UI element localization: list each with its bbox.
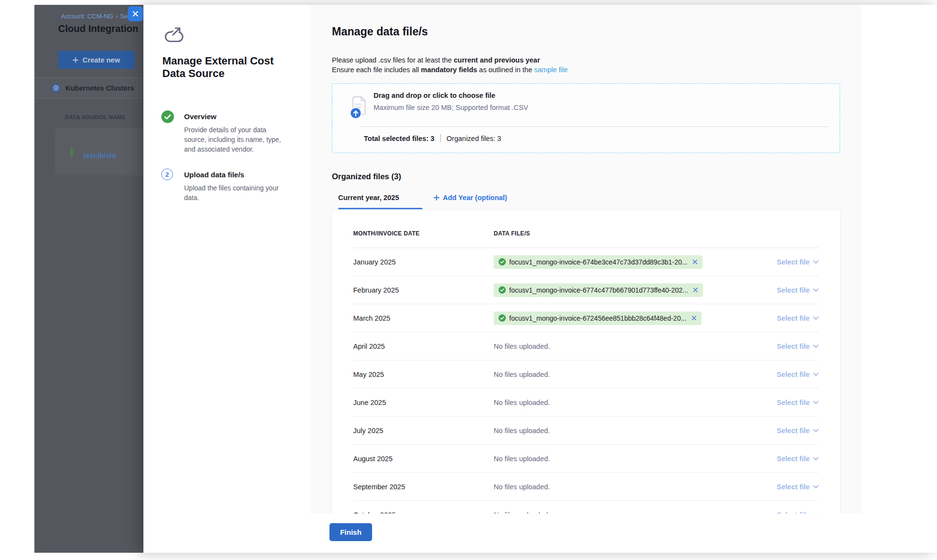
upload-instructions: Please upload .csv files for at least th… bbox=[332, 55, 568, 75]
select-file-label: Select file bbox=[777, 314, 810, 322]
select-file-dropdown[interactable]: Select file bbox=[777, 455, 819, 463]
remove-file-button[interactable] bbox=[691, 315, 697, 321]
select-file-dropdown[interactable]: Select file bbox=[777, 427, 819, 435]
file-check-icon bbox=[499, 258, 506, 265]
column-header-data-source-name: DATA SOURCE NAME bbox=[65, 114, 126, 120]
select-file-label: Select file bbox=[777, 399, 810, 406]
step-number-badge: 2 bbox=[161, 169, 173, 180]
create-new-button[interactable]: Create new bbox=[58, 51, 135, 69]
chevron-down-icon bbox=[813, 373, 819, 376]
step-upload-label: Upload data file/s bbox=[184, 171, 244, 179]
remove-file-x-icon bbox=[693, 287, 698, 293]
chevron-down-icon bbox=[813, 485, 819, 489]
tab-current-year[interactable]: Current year, 2025 bbox=[338, 194, 399, 202]
active-tab-underline bbox=[338, 208, 422, 209]
close-button[interactable] bbox=[128, 6, 143, 21]
select-file-label: Select file bbox=[777, 483, 810, 491]
table-row: March 2025 focusv1_mongo-invoice-672456e… bbox=[353, 304, 819, 332]
empty-text: No files uploaded. bbox=[494, 371, 550, 378]
chevron-down-icon bbox=[813, 288, 819, 292]
remove-file-x-icon bbox=[692, 259, 698, 264]
month-label: May 2025 bbox=[353, 371, 494, 378]
monthly-files-card: MONTH/INVOICE DATE DATA FILE/S January 2… bbox=[332, 210, 840, 513]
sample-file-link[interactable]: sample file bbox=[534, 66, 568, 74]
select-file-label: Select file bbox=[777, 342, 810, 350]
column-header-data-files: DATA FILE/S bbox=[494, 230, 756, 237]
table-row: July 2025 No files uploaded. Select file bbox=[353, 417, 819, 445]
chevron-down-icon bbox=[813, 457, 819, 461]
dropzone-subtitle: Maximum file size 20 MB; Supported forma… bbox=[374, 104, 528, 111]
data-source-row: test-jbisht bbox=[55, 128, 143, 175]
select-file-dropdown[interactable]: Select file bbox=[777, 342, 819, 350]
empty-text: No files uploaded. bbox=[494, 342, 550, 350]
remove-file-button[interactable] bbox=[692, 259, 698, 264]
manage-data-source-modal: Manage External Cost Data Source Overvie… bbox=[143, 5, 937, 553]
select-file-dropdown[interactable]: Select file bbox=[777, 511, 819, 514]
tab-kubernetes-label: Kubernetes Clusters bbox=[65, 84, 134, 92]
total-selected-files: Total selected files: 3 bbox=[364, 135, 435, 142]
select-file-label: Select file bbox=[777, 286, 810, 294]
create-new-label: Create new bbox=[82, 56, 120, 64]
add-year-button[interactable]: Add Year (optional) bbox=[434, 194, 507, 202]
select-file-label: Select file bbox=[777, 371, 810, 378]
divider bbox=[359, 126, 829, 127]
dropzone-title: Drag and drop or click to choose file bbox=[374, 92, 495, 99]
remove-file-x-icon bbox=[691, 315, 697, 321]
plus-icon bbox=[73, 57, 78, 63]
chevron-down-icon bbox=[813, 513, 819, 514]
file-chip: focusv1_mongo-invoice-674be3ce47c73d37dd… bbox=[494, 255, 703, 269]
file-dropzone[interactable]: Drag and drop or click to choose file Ma… bbox=[332, 83, 840, 153]
month-label: April 2025 bbox=[353, 342, 494, 350]
step-upload-data-files[interactable]: 2 Upload data file/s Upload the files co… bbox=[161, 169, 292, 217]
breadcrumb-account-link[interactable]: Account: CCM-NG bbox=[61, 13, 113, 20]
tab-kubernetes-clusters[interactable]: Kubernetes Clusters bbox=[34, 78, 143, 98]
select-file-dropdown[interactable]: Select file bbox=[777, 314, 819, 322]
add-year-label: Add Year (optional) bbox=[443, 194, 507, 202]
select-file-label: Select file bbox=[777, 427, 810, 435]
select-file-label: Select file bbox=[777, 511, 810, 514]
step-overview[interactable]: Overview Provide details of your data so… bbox=[161, 110, 292, 164]
month-label: January 2025 bbox=[353, 258, 494, 266]
select-file-dropdown[interactable]: Select file bbox=[777, 258, 819, 266]
kubernetes-icon bbox=[51, 83, 61, 93]
month-table-body: January 2025 focusv1_mongo-invoice-674be… bbox=[332, 248, 840, 513]
upload-files-panel: Manage data file/s Please upload .csv fi… bbox=[310, 5, 862, 513]
breadcrumb: Account: CCM-NG›Set bbox=[61, 13, 130, 20]
column-header-month: MONTH/INVOICE DATE bbox=[353, 230, 494, 237]
table-row: April 2025 No files uploaded. Select fil… bbox=[353, 332, 819, 360]
file-chip: focusv1_mongo-invoice-6774c477b667901d77… bbox=[494, 283, 703, 297]
table-row: August 2025 No files uploaded. Select fi… bbox=[353, 445, 819, 473]
finish-button[interactable]: Finish bbox=[329, 523, 372, 541]
month-label: June 2025 bbox=[353, 399, 494, 406]
organized-files-count: Organized files: 3 bbox=[447, 135, 501, 142]
select-file-label: Select file bbox=[777, 455, 810, 463]
table-row: May 2025 No files uploaded. Select file bbox=[353, 360, 819, 389]
table-row: September 2025 No files uploaded. Select… bbox=[353, 473, 819, 501]
step-upload-description: Upload the files containing your data. bbox=[184, 183, 287, 202]
month-label: February 2025 bbox=[353, 286, 494, 294]
file-check-icon bbox=[499, 286, 506, 294]
panel-title: Manage data file/s bbox=[332, 25, 428, 38]
mongodb-leaf-icon bbox=[68, 147, 75, 159]
upload-document-icon bbox=[347, 95, 370, 120]
instruction-line-2: Ensure each file includes all mandatory … bbox=[332, 65, 568, 75]
file-chip: focusv1_mongo-invoice-672456ee851bbb28c6… bbox=[494, 311, 702, 325]
table-row: October 2025 No files uploaded. Select f… bbox=[353, 501, 819, 513]
month-label: September 2025 bbox=[353, 483, 494, 491]
select-file-dropdown[interactable]: Select file bbox=[777, 399, 819, 406]
page-title: Cloud Integration bbox=[58, 23, 139, 34]
file-stats: Total selected files: 3 Organized files:… bbox=[364, 134, 501, 142]
empty-text: No files uploaded. bbox=[494, 511, 550, 514]
cloud-export-icon bbox=[161, 25, 184, 46]
select-file-dropdown[interactable]: Select file bbox=[777, 371, 819, 378]
chevron-down-icon bbox=[813, 316, 819, 320]
month-label: March 2025 bbox=[353, 314, 494, 322]
remove-file-button[interactable] bbox=[693, 287, 698, 293]
step-complete-check-icon bbox=[161, 110, 174, 123]
select-file-dropdown[interactable]: Select file bbox=[777, 483, 819, 491]
table-row: January 2025 focusv1_mongo-invoice-674be… bbox=[353, 248, 819, 276]
breadcrumb-separator: › bbox=[116, 13, 118, 20]
select-file-dropdown[interactable]: Select file bbox=[777, 286, 819, 294]
data-source-name-link[interactable]: test-jbisht bbox=[83, 152, 116, 159]
table-row: June 2025 No files uploaded. Select file bbox=[353, 389, 819, 417]
